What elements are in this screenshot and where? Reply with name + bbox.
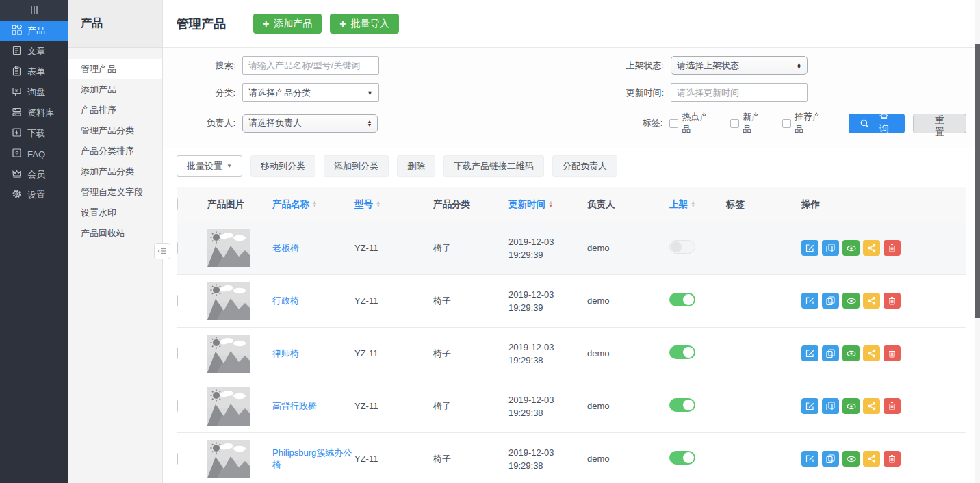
tag-checkbox-hot[interactable]: 热点产品 — [669, 111, 717, 135]
share-button[interactable] — [863, 240, 880, 256]
view-button[interactable] — [842, 293, 860, 309]
product-name-link[interactable]: 行政椅 — [272, 296, 299, 306]
row-checkbox[interactable] — [177, 242, 178, 254]
product-image-placeholder[interactable] — [207, 229, 250, 267]
product-image-placeholder[interactable] — [207, 387, 250, 426]
edit-button[interactable] — [801, 293, 818, 309]
sidebar-item-forms[interactable]: 表单 — [0, 62, 68, 82]
share-button[interactable] — [863, 345, 880, 361]
plus-icon: + — [339, 18, 346, 29]
edit-button[interactable] — [801, 240, 818, 256]
category-select[interactable]: 请选择产品分类 ▼ — [242, 83, 379, 102]
search-input[interactable] — [242, 56, 379, 75]
submenu-item-custom-fields[interactable]: 管理自定义字段 — [68, 182, 162, 203]
view-button[interactable] — [842, 451, 860, 467]
sidebar-item-products[interactable]: 产品 — [0, 21, 68, 41]
download-qr-button[interactable]: 下载产品链接二维码 — [443, 155, 544, 177]
copy-button[interactable] — [822, 240, 839, 256]
eye-icon — [847, 454, 856, 464]
view-button[interactable] — [842, 345, 860, 361]
share-button[interactable] — [863, 293, 880, 309]
product-name-link[interactable]: Philipsburg簇绒办公椅 — [272, 447, 352, 470]
copy-button[interactable] — [822, 345, 839, 361]
sidebar-item-settings[interactable]: 设置 — [0, 185, 68, 205]
share-button[interactable] — [863, 398, 880, 414]
on-shelf-toggle[interactable] — [669, 398, 695, 412]
row-checkbox[interactable] — [177, 453, 178, 465]
inquiry-icon: ¥ — [12, 86, 22, 99]
submenu-item-watermark[interactable]: 设置水印 — [68, 203, 162, 223]
product-image-placeholder[interactable] — [207, 440, 250, 478]
product-name-link[interactable]: 高背行政椅 — [272, 401, 317, 411]
row-checkbox[interactable] — [177, 348, 178, 359]
on-shelf-toggle[interactable] — [669, 345, 695, 359]
delete-row-button[interactable] — [884, 345, 901, 361]
scrollbar-thumb[interactable] — [975, 44, 980, 318]
edit-button[interactable] — [801, 345, 818, 361]
sort-arrows-icon[interactable]: ▲▼ — [548, 201, 553, 207]
col-owner: 负责人 — [587, 187, 669, 222]
move-to-category-button[interactable]: 移动到分类 — [250, 155, 315, 177]
row-checkbox[interactable] — [177, 295, 178, 306]
submenu-item-recycle-bin[interactable]: 产品回收站 — [68, 223, 162, 244]
product-name-link[interactable]: 老板椅 — [272, 243, 299, 253]
assign-owner-button[interactable]: 分配负责人 — [552, 155, 617, 177]
submenu-item-add-category[interactable]: 添加产品分类 — [68, 161, 162, 182]
sort-arrows-icon[interactable]: ▲▼ — [312, 201, 317, 207]
sidebar-item-inquiries[interactable]: ¥ 询盘 — [0, 82, 68, 103]
table-header-row: 产品图片 产品名称▲▼ 型号▲▼ 产品分类 更新时间▲▼ 负责人 上架▲▼ 标签… — [177, 187, 966, 222]
col-product-name[interactable]: 产品名称▲▼ — [272, 187, 354, 222]
edit-button[interactable] — [801, 451, 818, 467]
add-to-category-button[interactable]: 添加到分类 — [324, 155, 389, 177]
batch-settings-dropdown[interactable]: 批量设置 ▼ — [177, 155, 242, 177]
submenu-item-manage-products[interactable]: 管理产品 — [68, 59, 162, 79]
sort-arrows-icon[interactable]: ▲▼ — [376, 201, 381, 207]
sidebar-item-downloads[interactable]: 下载 — [0, 123, 68, 144]
sidebar-item-members[interactable]: 会员 — [0, 164, 68, 185]
copy-button[interactable] — [822, 398, 839, 414]
product-name-link[interactable]: 律师椅 — [272, 348, 299, 358]
delete-button[interactable]: 删除 — [397, 155, 435, 177]
query-button[interactable]: 查询 — [849, 114, 905, 133]
edit-button[interactable] — [801, 398, 818, 414]
owner-select[interactable]: 请选择负责人 ▲▼ — [242, 114, 378, 133]
submenu-collapse-button[interactable] — [154, 243, 170, 259]
product-image-placeholder[interactable] — [207, 282, 250, 320]
sort-arrows-icon[interactable]: ▲▼ — [691, 201, 695, 207]
update-time-input[interactable] — [671, 83, 808, 102]
col-on-shelf[interactable]: 上架▲▼ — [669, 187, 726, 222]
col-update-time[interactable]: 更新时间▲▼ — [508, 187, 587, 222]
tag-checkbox-new[interactable]: 新产品 — [730, 111, 769, 135]
submenu-item-manage-categories[interactable]: 管理产品分类 — [68, 120, 162, 141]
bulk-import-button[interactable]: + 批量导入 — [330, 14, 398, 34]
sidebar-item-library[interactable]: 资料库 — [0, 103, 68, 123]
on-shelf-toggle[interactable] — [669, 240, 695, 254]
reset-button[interactable]: 重置 — [913, 114, 966, 133]
delete-row-button[interactable] — [884, 240, 901, 256]
delete-row-button[interactable] — [884, 293, 901, 309]
sidebar-item-articles[interactable]: 文章 — [0, 41, 68, 62]
delete-row-button[interactable] — [884, 398, 901, 414]
submenu-item-category-sort[interactable]: 产品分类排序 — [68, 141, 162, 161]
submenu-item-product-sort[interactable]: 产品排序 — [68, 100, 162, 120]
copy-button[interactable] — [822, 293, 839, 309]
vertical-scrollbar[interactable] — [975, 0, 980, 483]
col-model[interactable]: 型号▲▼ — [354, 187, 433, 222]
select-all-checkbox[interactable] — [177, 198, 178, 210]
sidebar-collapse-toggle[interactable] — [0, 0, 68, 21]
status-select[interactable]: 请选择上架状态 ▲▼ — [671, 56, 808, 75]
on-shelf-toggle[interactable] — [669, 293, 695, 306]
view-button[interactable] — [842, 240, 860, 256]
tag-checkbox-recommended[interactable]: 推荐产品 — [782, 111, 829, 135]
add-product-button[interactable]: + 添加产品 — [253, 14, 322, 34]
row-checkbox[interactable] — [177, 400, 178, 412]
copy-button[interactable] — [822, 451, 839, 467]
sidebar-item-faq[interactable]: ? FAQ — [0, 144, 68, 164]
view-button[interactable] — [842, 398, 860, 414]
submenu-item-add-product[interactable]: 添加产品 — [68, 79, 162, 100]
product-image-placeholder[interactable] — [207, 335, 250, 373]
share-button[interactable] — [863, 451, 880, 467]
delete-row-button[interactable] — [884, 451, 901, 467]
owner-cell: demo — [587, 222, 669, 274]
on-shelf-toggle[interactable] — [669, 451, 695, 465]
